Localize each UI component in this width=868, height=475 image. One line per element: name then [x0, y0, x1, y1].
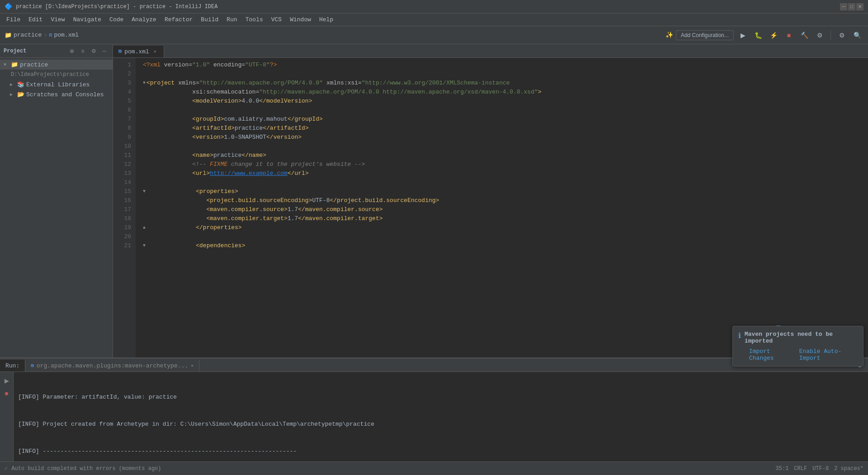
status-line-ending[interactable]: CRLF	[794, 466, 807, 472]
run-with-coverage-button[interactable]: ⚡	[767, 29, 780, 42]
menu-window[interactable]: Window	[286, 15, 315, 24]
tab-pom-xml[interactable]: m pom.xml ✕	[113, 46, 164, 57]
code-line-14	[143, 178, 868, 187]
breadcrumb-project[interactable]: practice	[14, 32, 42, 38]
folder-icon: 📁	[11, 61, 18, 68]
sidebar-add-button[interactable]: ⊕	[67, 47, 76, 56]
add-configuration-button[interactable]: Add Configuration...	[676, 30, 734, 40]
code-line-12: <!-- FIXME change it to the project's we…	[143, 160, 868, 169]
sidebar-header: Project ⊕ ≡ ⚙ ─	[0, 44, 113, 58]
menu-view[interactable]: View	[47, 15, 68, 24]
status-check-icon: ✓	[5, 465, 8, 472]
code-line-13: <url>http://www.example.com</url>	[143, 169, 868, 178]
status-encoding[interactable]: UTF-8	[812, 466, 829, 472]
code-line-7: <groupId>com.aliatry.mahout</groupId>	[143, 115, 868, 124]
menu-help[interactable]: Help	[316, 15, 337, 24]
tab-close-button[interactable]: ✕	[152, 48, 158, 55]
run-tab-label: Run:	[5, 362, 19, 369]
tab-pom-label: pom.xml	[124, 48, 149, 55]
code-line-1: <?xml version="1.0" encoding="UTF-8"?>	[143, 61, 868, 70]
import-changes-link[interactable]: Import Changes	[749, 348, 795, 362]
settings-button[interactable]: ⚙	[835, 29, 848, 42]
code-line-15: ▼ <properties>	[143, 187, 868, 196]
close-button[interactable]: ✕	[856, 3, 863, 10]
sidebar-hide-button[interactable]: ─	[100, 47, 109, 56]
tree-item-external-libraries[interactable]: ▶ 📚 External Libraries	[0, 80, 113, 89]
menu-navigate[interactable]: Navigate	[70, 15, 105, 24]
tree-item-scratches[interactable]: ▶ 📂 Scratches and Consoles	[0, 89, 113, 99]
info-icon: ℹ	[738, 331, 741, 340]
search-everywhere-button[interactable]: 🔍	[851, 29, 863, 42]
tree-practice-label: practice	[20, 61, 48, 68]
menu-vcs[interactable]: VCS	[268, 15, 285, 24]
menu-analyze[interactable]: Analyze	[128, 15, 160, 24]
status-bar: ✓ Auto build completed with errors (mome…	[0, 461, 868, 475]
code-line-11: <name>practice</name>	[143, 151, 868, 160]
tree-scratches-label: Scratches and Consoles	[26, 91, 104, 98]
breadcrumb-file[interactable]: pom.xml	[54, 32, 79, 38]
run-line-2: [INFO] Project created from Archetype in…	[18, 420, 863, 429]
code-line-2	[143, 70, 868, 79]
status-indent[interactable]: 2 spaces*	[834, 466, 863, 472]
title-bar: 🔷 practice [D:\IdeaProjects\practice] - …	[0, 0, 868, 14]
sidebar-title: Project	[4, 48, 66, 54]
code-line-19: ▲ </properties>	[143, 223, 868, 232]
status-position[interactable]: 35:1	[776, 466, 789, 472]
menu-refactor[interactable]: Refactor	[161, 15, 196, 24]
menu-code[interactable]: Code	[106, 15, 127, 24]
rerun-button[interactable]: ▶	[2, 376, 12, 386]
stop-button[interactable]: ■	[783, 29, 795, 42]
tree-item-practice-path: D:\IdeaProjects\practice	[0, 70, 113, 80]
run-output: [INFO] Parameter: artifactId, value: pra…	[14, 372, 868, 461]
menu-bar: File Edit View Navigate Code Analyze Ref…	[0, 14, 868, 26]
tree-arrow-icon: ▼	[4, 62, 9, 67]
run-button[interactable]: ▶	[736, 29, 749, 42]
toolbar: 📁 practice › m pom.xml ✨ Add Configurati…	[0, 26, 868, 44]
run-sidebar: ▶ ■	[0, 372, 14, 461]
run-line-3: [INFO] ---------------------------------…	[18, 447, 863, 456]
scratches-folder-icon: 📂	[17, 91, 24, 98]
run-line-1: [INFO] Parameter: artifactId, value: pra…	[18, 393, 863, 402]
build-button[interactable]: 🔨	[798, 29, 811, 42]
title-bar-controls: ─ □ ✕	[840, 3, 863, 10]
sdk-button[interactable]: ⚙	[813, 29, 826, 42]
maven-notification: ℹ Maven projects need to be imported Imp…	[732, 326, 863, 367]
bottom-content: ▶ ■ [INFO] Parameter: artifactId, value:…	[0, 372, 868, 461]
library-icon: 📚	[17, 81, 24, 88]
sidebar-tree: ▼ 📁 practice D:\IdeaProjects\practice ▶ …	[0, 58, 113, 101]
status-build-text: Auto build completed with errors (moment…	[11, 466, 161, 472]
code-line-4: xsi:schemaLocation="http://maven.apache.…	[143, 88, 868, 97]
code-line-21: ▼ <dependencies>	[143, 241, 868, 250]
tab-maven-run[interactable]: m org.apache.maven.plugins:maven-archety…	[25, 360, 199, 372]
editor-tabs: m pom.xml ✕	[113, 44, 868, 58]
menu-file[interactable]: File	[3, 15, 24, 24]
tree-item-practice[interactable]: ▼ 📁 practice	[0, 60, 113, 70]
code-line-10	[143, 142, 868, 151]
tab-maven-icon: m	[118, 48, 122, 55]
code-line-18: <maven.compiler.target>1.7</maven.compil…	[143, 214, 868, 223]
tab-run[interactable]: Run:	[0, 360, 25, 372]
stop-run-button[interactable]: ■	[2, 388, 12, 398]
notification-header: ℹ Maven projects need to be imported	[738, 331, 858, 344]
maximize-button[interactable]: □	[848, 3, 855, 10]
menu-build[interactable]: Build	[197, 15, 222, 24]
enable-auto-import-link[interactable]: Enable Auto-Import	[799, 348, 858, 362]
code-line-5: <modelVersion>4.0.0</modelVersion>	[143, 97, 868, 106]
code-line-3: ▼ <project xmlns="http://maven.apache.or…	[143, 79, 868, 88]
sidebar-collapse-button[interactable]: ≡	[78, 47, 87, 56]
notification-title: Maven projects need to be imported	[745, 331, 858, 344]
bottom-tab-close-button[interactable]: ✕	[191, 363, 193, 368]
debug-button[interactable]: 🐛	[752, 29, 764, 42]
title-bar-title: practice [D:\IdeaProjects\practice] - pr…	[16, 4, 217, 10]
menu-edit[interactable]: Edit	[25, 15, 46, 24]
tree-external-libraries-label: External Libraries	[26, 81, 90, 88]
bottom-panel: Run: m org.apache.maven.plugins:maven-ar…	[0, 357, 868, 461]
menu-tools[interactable]: Tools	[242, 15, 267, 24]
tree-arrow-icon: ▶	[10, 92, 15, 97]
notification-actions: Import Changes Enable Auto-Import	[738, 348, 858, 362]
tab-maven-icon: m	[31, 363, 34, 368]
minimize-button[interactable]: ─	[840, 3, 847, 10]
menu-run[interactable]: Run	[223, 15, 241, 24]
sidebar-settings-button[interactable]: ⚙	[89, 47, 98, 56]
code-line-17: <maven.compiler.source>1.7</maven.compil…	[143, 205, 868, 214]
